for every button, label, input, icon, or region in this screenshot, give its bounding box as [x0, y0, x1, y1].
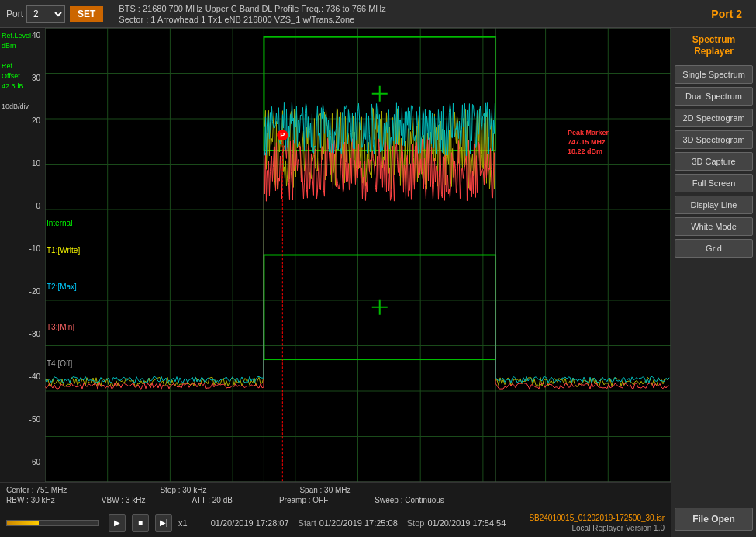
progress-track[interactable] — [6, 520, 99, 526]
version-info: Local Replayer Version 1.0 — [529, 523, 665, 533]
sweep: Sweep : Continuous — [375, 496, 444, 504]
bts-info: BTS : 21680 700 MHz Upper C Band DL Prof… — [119, 3, 711, 25]
full-screen-button[interactable]: Full Screen — [675, 174, 753, 192]
chart-container: Ref.Level dBm Ref. Offset 42.3dB 10dB/di… — [0, 28, 671, 482]
bottom-status-bar: Center : 751 MHz Step : 30 kHz Span : 30… — [0, 482, 671, 508]
preamp: Preamp : OFF — [279, 496, 328, 504]
bts-line2: Sector : 1 Arrowhead 1 Tx1 eNB 216800 VZ… — [119, 14, 711, 25]
grid-button[interactable]: Grid — [675, 239, 753, 258]
rbw: RBW : 30 kHz — [6, 496, 55, 504]
white-mode-button[interactable]: White Mode — [675, 217, 753, 236]
display-line-button[interactable]: Display Line — [675, 196, 753, 214]
next-button[interactable]: ▶| — [155, 514, 172, 532]
t2-label: T2:[Max] — [47, 282, 77, 291]
plot-area: Internal T1:[Write] T2:[Max] T3:[Min] T4… — [45, 28, 671, 482]
play-button[interactable]: ▶ — [109, 514, 126, 532]
set-button[interactable]: SET — [70, 6, 103, 22]
bts-line1: BTS : 21680 700 MHz Upper C Band DL Prof… — [119, 3, 711, 14]
stop-section: Stop 01/20/2019 17:54:54 — [407, 518, 506, 528]
progress-fill — [7, 521, 39, 525]
step: Step : 30 kHz — [160, 486, 206, 494]
t1-label: T1:[Write] — [47, 246, 80, 255]
y-axis-labels: 40 30 20 10 0 -10 -20 -30 -40 -50 -60 — [0, 28, 45, 482]
internal-label: Internal — [47, 219, 72, 227]
main-layout: Ref.Level dBm Ref. Offset 42.3dB 10dB/di… — [0, 28, 756, 537]
file-info: SB24010015_01202019-172500_30.isr Local … — [529, 513, 665, 533]
start-time: 01/20/2019 17:25:08 — [319, 518, 398, 528]
2d-spectrogram-button[interactable]: 2D Spectrogram — [675, 109, 753, 127]
sidebar-title: SpectrumReplayer — [675, 34, 753, 57]
stop-time: 01/20/2019 17:54:54 — [427, 518, 506, 528]
top-bar: Port 2 1 SET BTS : 21680 700 MHz Upper C… — [0, 0, 756, 28]
dual-spectrum-button[interactable]: Dual Spectrum — [675, 87, 753, 106]
start-section: Start 01/20/2019 17:25:08 — [299, 518, 398, 528]
right-sidebar: SpectrumReplayer Single Spectrum Dual Sp… — [671, 28, 756, 537]
vbw: VBW : 3 kHz — [102, 496, 146, 504]
chart-area: Ref.Level dBm Ref. Offset 42.3dB 10dB/di… — [0, 28, 671, 537]
port-label: Port — [6, 9, 23, 19]
port-select[interactable]: 2 1 — [26, 5, 65, 23]
y-axis: Ref.Level dBm Ref. Offset 42.3dB 10dB/di… — [0, 28, 45, 482]
bottom-bar-row1: Center : 751 MHz Step : 30 kHz Span : 30… — [6, 485, 665, 495]
t4-label: T4:[Off] — [47, 359, 72, 368]
bottom-bar-row2: RBW : 30 kHz VBW : 3 kHz ATT : 20 dB Pre… — [6, 495, 665, 505]
span: Span : 30 MHz — [299, 486, 350, 494]
center-freq: Center : 751 MHz — [6, 486, 67, 494]
single-spectrum-button[interactable]: Single Spectrum — [675, 65, 753, 84]
speed-label: x1 — [178, 518, 188, 528]
3d-spectrogram-button[interactable]: 3D Spectrogram — [675, 130, 753, 149]
stop-label: Stop — [407, 518, 425, 528]
file-open-button[interactable]: File Open — [675, 508, 753, 531]
transport-bar: ▶ ■ ▶| x1 01/20/2019 17:28:07 Start 01/2… — [0, 508, 671, 537]
start-label: Start — [299, 518, 316, 528]
t3-label: T3:[Min] — [47, 323, 74, 331]
att: ATT : 20 dB — [192, 496, 232, 504]
spectrum-canvas — [45, 28, 671, 482]
stop-button[interactable]: ■ — [132, 514, 149, 532]
current-time: 01/20/2019 17:28:07 — [211, 518, 289, 528]
filename: SB24010015_01202019-172500_30.isr — [529, 513, 665, 523]
port-right-label: Port 2 — [711, 8, 742, 20]
time-info: 01/20/2019 17:28:07 Start 01/20/2019 17:… — [194, 518, 523, 528]
3d-capture-button[interactable]: 3D Capture — [675, 152, 753, 171]
